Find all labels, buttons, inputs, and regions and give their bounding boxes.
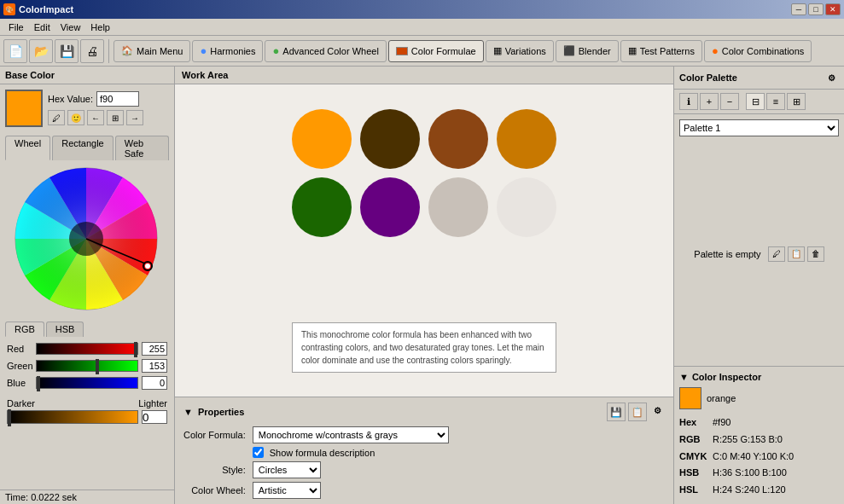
emoji-button[interactable]: 🙂 <box>67 110 84 125</box>
adv-wheel-icon: ● <box>272 44 279 57</box>
back-button[interactable]: ← <box>87 110 104 125</box>
hex-row: Hex Value: <box>48 91 143 107</box>
tab-websafe[interactable]: Web Safe <box>115 136 169 160</box>
palette-grid-btn2[interactable]: ≡ <box>766 93 785 110</box>
show-description-checkbox[interactable] <box>253 447 264 458</box>
title-bar: 🎨 ColorImpact ─ □ ✕ <box>0 0 844 19</box>
palette-title: Color Palette <box>679 72 737 83</box>
circle-2[interactable] <box>360 109 420 169</box>
wheel-select[interactable]: Artistic <box>253 482 321 499</box>
forward-button[interactable]: → <box>126 110 143 125</box>
inspector-hsl-row: HSL H:24 S:240 L:120 <box>679 482 839 499</box>
tab-harmonies[interactable]: ● Harmonies <box>192 40 263 62</box>
palette-remove-btn[interactable]: − <box>720 93 739 110</box>
inspector-rgb-row: RGB R:255 G:153 B:0 <box>679 432 839 449</box>
left-panel: Base Color Hex Value: 🖊 🙂 ← ⊞ → <box>0 67 175 504</box>
circle-1[interactable] <box>292 109 352 169</box>
hsl-val: H:24 S:240 L:120 <box>713 482 786 499</box>
tab-variations[interactable]: ▦ Variations <box>486 40 554 62</box>
inspector-swatch[interactable] <box>679 387 701 409</box>
base-color-header: Base Color <box>0 67 174 84</box>
prop-settings-btn[interactable]: ⚙ <box>649 403 665 418</box>
menu-file[interactable]: File <box>3 20 29 34</box>
show-description-label: Show formula description <box>270 448 375 458</box>
tab-blender[interactable]: ⬛ Blender <box>556 40 619 62</box>
status-text: Time: 0.0222 sek <box>5 492 77 502</box>
circle-8[interactable] <box>497 177 556 237</box>
rgb-val: R:255 G:153 B:0 <box>713 432 783 449</box>
style-select[interactable]: Circles <box>253 461 321 478</box>
circle-3[interactable] <box>428 109 488 169</box>
palette-empty-row: Palette is empty 🖊 📋 🗑 <box>694 246 824 262</box>
inspector-collapse-icon[interactable]: ▼ <box>679 372 689 382</box>
circle-5[interactable] <box>292 177 352 237</box>
hex-val: #f90 <box>713 414 730 432</box>
blue-value[interactable] <box>142 376 167 390</box>
toolbar-print[interactable]: 🖨 <box>80 39 104 63</box>
eyedropper-button[interactable]: 🖊 <box>48 110 65 125</box>
toolbar-sep1 <box>108 39 109 63</box>
green-slider[interactable] <box>36 360 138 372</box>
color-wheel[interactable] <box>13 165 162 315</box>
formula-select[interactable]: Monochrome w/contrasts & grays <box>253 426 449 443</box>
hex-input[interactable] <box>96 91 139 107</box>
hsb-key: HSB <box>679 465 709 482</box>
darker-label: Darker <box>7 398 35 408</box>
tab-rectangle[interactable]: Rectangle <box>52 136 114 160</box>
palette-copy[interactable]: 📋 <box>788 246 805 262</box>
grid-button[interactable]: ⊞ <box>107 110 124 125</box>
dark-light-slider[interactable] <box>7 410 138 424</box>
svg-point-5 <box>145 264 150 269</box>
blue-slider[interactable] <box>36 377 138 389</box>
maximize-button[interactable]: □ <box>808 3 824 15</box>
app-icon: 🎨 <box>3 3 15 15</box>
properties-collapse-icon[interactable]: ▼ <box>183 407 193 417</box>
tab-main-menu[interactable]: 🏠 Main Menu <box>114 40 190 62</box>
menu-edit[interactable]: Edit <box>29 20 55 34</box>
prop-copy-btn[interactable]: 📋 <box>628 403 647 421</box>
tab-rgb[interactable]: RGB <box>5 322 44 337</box>
prop-save-btn[interactable]: 💾 <box>607 403 626 421</box>
base-color-swatch[interactable] <box>5 90 43 127</box>
style-label: Style: <box>183 465 246 475</box>
tab-wheel[interactable]: Wheel <box>5 136 50 160</box>
tab-harmonies-label: Harmonies <box>210 46 255 56</box>
formula-description-box: This monochrome color formula has been e… <box>292 322 556 373</box>
close-button[interactable]: ✕ <box>825 3 841 15</box>
circle-7[interactable] <box>428 177 488 237</box>
tab-advanced-wheel[interactable]: ● Advanced Color Wheel <box>265 40 386 62</box>
minimize-button[interactable]: ─ <box>791 3 806 15</box>
red-value[interactable] <box>142 342 167 356</box>
tab-color-combinations[interactable]: ● Color Combinations <box>704 40 812 62</box>
dark-light-value[interactable] <box>142 410 167 424</box>
circle-4[interactable] <box>497 109 556 169</box>
palette-settings-btn[interactable]: ⚙ <box>824 70 839 85</box>
green-value[interactable] <box>142 359 167 373</box>
palette-grid-btn3[interactable]: ⊞ <box>787 93 806 110</box>
tab-color-formulae[interactable]: Color Formulae <box>388 40 484 62</box>
tab-color-formulae-label: Color Formulae <box>411 46 476 56</box>
palette-info-btn[interactable]: ℹ <box>679 93 698 110</box>
palette-eyedropper[interactable]: 🖊 <box>768 246 785 262</box>
inspector-values: Hex #f90 RGB R:255 G:153 B:0 CMYK C:0 M:… <box>679 414 839 499</box>
formulae-icon <box>396 47 408 55</box>
red-slider[interactable] <box>36 343 138 355</box>
main-layout: Base Color Hex Value: 🖊 🙂 ← ⊞ → <box>0 67 844 504</box>
hex-section: Hex Value: 🖊 🙂 ← ⊞ → <box>48 91 143 125</box>
tab-hsb[interactable]: HSB <box>46 322 84 337</box>
toolbar-save[interactable]: 💾 <box>55 39 79 63</box>
toolbar-open[interactable]: 📂 <box>29 39 53 63</box>
circle-6[interactable] <box>360 177 420 237</box>
status-bar: Time: 0.0222 sek <box>0 490 174 504</box>
palette-add-btn[interactable]: + <box>700 93 719 110</box>
style-row: Circles <box>253 461 665 478</box>
main-menu-icon: 🏠 <box>121 45 133 56</box>
toolbar-new[interactable]: 📄 <box>3 39 27 63</box>
palette-grid-btn1[interactable]: ⊟ <box>746 93 765 110</box>
palette-select[interactable]: Palette 1 <box>679 119 839 136</box>
tab-test-patterns[interactable]: ▦ Test Patterns <box>620 40 702 62</box>
menu-help[interactable]: Help <box>85 20 115 34</box>
menu-view[interactable]: View <box>55 20 86 34</box>
rgb-key: RGB <box>679 432 709 449</box>
palette-delete[interactable]: 🗑 <box>807 246 824 262</box>
